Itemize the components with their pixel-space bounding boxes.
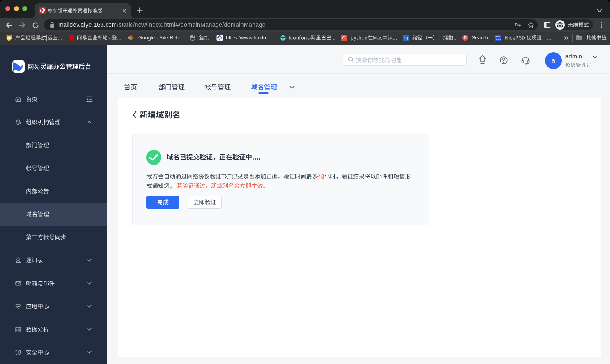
- svg-text:NICE: NICE: [495, 35, 501, 38]
- svg-text::): :): [404, 37, 408, 41]
- svg-text:P: P: [464, 35, 467, 40]
- svg-text:C: C: [342, 35, 345, 40]
- svg-text:PSD: PSD: [496, 38, 501, 41]
